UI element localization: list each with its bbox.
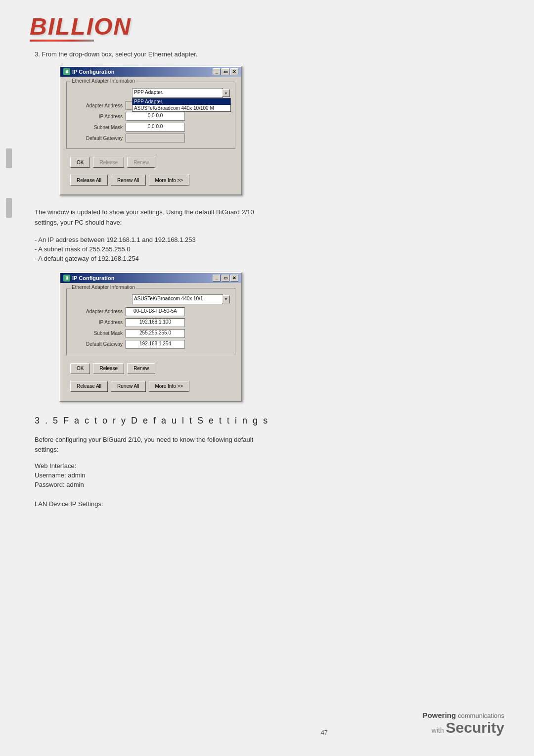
subnet-value-2: 255.255.255.0	[126, 329, 185, 338]
more-info-button-2[interactable]: More Info >>	[149, 381, 190, 392]
gateway-label-1: Default Gateway	[71, 136, 123, 141]
paragraph-section: The window is updated to show your setti…	[35, 207, 499, 228]
dialog-controls-2: _ ▭ ✕	[213, 275, 238, 282]
dialog-title-1: IP Configuration	[72, 69, 114, 75]
adapter-label-1: Adapter Address	[71, 103, 123, 108]
footer-communications: communications	[458, 712, 504, 719]
page-number: 47	[226, 729, 422, 736]
field-row-gateway-2: Default Gateway 192.168.1.254	[71, 340, 231, 349]
ok-button-2[interactable]: OK	[70, 363, 90, 374]
dropdown-arrow-2[interactable]: ▼	[222, 295, 230, 303]
button-row-1a: OK Release Renew	[66, 154, 235, 170]
logo-area: BILLION	[30, 15, 504, 42]
dropdown-value-2[interactable]: ASUSTeK/Broadcom 440x 10/1	[132, 294, 223, 304]
footer-powering-line: Powering communications	[423, 711, 504, 719]
renew-all-button-1[interactable]: Renew All	[111, 175, 145, 186]
section-heading: 3 . 5 F a c t o r y D e f a u l t S e t …	[35, 416, 499, 426]
titlebar-left-1: 🖥 IP Configuration	[63, 68, 114, 75]
footer-security-line: with Security	[423, 719, 504, 736]
ok-button-1[interactable]: OK	[70, 157, 90, 168]
dropdown-wrapper-1[interactable]: PPP Adapter. ▼ PPP Adapter. ASUSTeK/Broa…	[132, 88, 231, 98]
subnet-value-1: 0.0.0.0	[126, 123, 185, 132]
logo-text: BILLION	[30, 15, 132, 39]
dialog-titlebar-1: 🖥 IP Configuration _ ▭ ✕	[60, 67, 241, 77]
gateway-label-2: Default Gateway	[71, 341, 123, 347]
titlebar-left-2: 🖥 IP Configuration	[63, 275, 114, 282]
gateway-value-2: 192.168.1.254	[126, 340, 185, 349]
dropdown-value-1[interactable]: PPP Adapter.	[132, 88, 223, 98]
dialog-title-2: IP Configuration	[72, 275, 114, 281]
bullet-ip: - An IP address between 192.168.1.1 and …	[35, 236, 504, 243]
group-box-1: Ethernet Adapter Information PPP Adapter…	[66, 82, 235, 149]
dropdown-option-asus[interactable]: ASUSTeK/Broadcom 440x 10/100 M	[133, 105, 230, 111]
side-tabs	[6, 148, 12, 218]
adapter-value-2: 00-E0-18-FD-50-5A	[126, 307, 185, 316]
button-row-2b: Release All Renew All More Info >>	[66, 378, 235, 394]
dropdown-arrow-1[interactable]: ▼	[222, 89, 230, 97]
group-label-2: Ethernet Adapter Information	[71, 284, 136, 290]
minimize-button-1[interactable]: _	[213, 68, 221, 75]
logo: BILLION	[30, 15, 132, 42]
paragraph-text2: settings, your PC should have:	[35, 218, 499, 228]
dialog-box-1: 🖥 IP Configuration _ ▭ ✕ Ethernet Adapte…	[59, 66, 242, 195]
field-row-subnet-2: Subnet Mask 255.255.255.0	[71, 329, 231, 338]
button-row-1b: Release All Renew All More Info >>	[66, 172, 235, 188]
factory-intro2: settings:	[35, 445, 499, 455]
factory-username: Username: admin	[35, 472, 499, 479]
bullet-subnet: - A subnet mask of 255.255.255.0	[35, 245, 504, 253]
dropdown-option-ppp[interactable]: PPP Adapter.	[133, 98, 230, 105]
dropdown-options-1: PPP Adapter. ASUSTeK/Broadcom 440x 10/10…	[132, 98, 231, 112]
release-button-2[interactable]: Release	[93, 363, 124, 374]
side-tab-2	[6, 198, 12, 218]
subnet-label-1: Subnet Mask	[71, 125, 123, 130]
factory-lan: LAN Device IP Settings:	[35, 500, 499, 508]
ip-value-2: 192.168.1.100	[126, 318, 185, 327]
release-all-button-1[interactable]: Release All	[70, 175, 108, 186]
factory-intro: Before configuring your BiGuard 2/10, yo…	[35, 435, 499, 456]
step-instruction: 3. From the drop-down box, select your E…	[35, 50, 504, 58]
page: BILLION 3. From the drop-down box, selec…	[0, 0, 534, 756]
dropdown-wrapper-2[interactable]: ASUSTeK/Broadcom 440x 10/1 ▼	[132, 294, 231, 304]
dropdown-row-2: ASUSTeK/Broadcom 440x 10/1 ▼	[71, 294, 231, 304]
logo-underline	[30, 40, 94, 42]
adapter-label-2: Adapter Address	[71, 309, 123, 314]
more-info-button-1[interactable]: More Info >>	[149, 175, 190, 186]
renew-button-1[interactable]: Renew	[127, 157, 155, 168]
group-box-2: Ethernet Adapter Information ASUSTeK/Bro…	[66, 288, 235, 355]
dropdown-row-1: PPP Adapter. ▼ PPP Adapter. ASUSTeK/Broa…	[71, 88, 231, 98]
field-row-gateway-1: Default Gateway	[71, 134, 231, 142]
field-row-subnet-1: Subnet Mask 0.0.0.0	[71, 123, 231, 132]
renew-button-2[interactable]: Renew	[127, 363, 155, 374]
restore-button-2[interactable]: ▭	[222, 275, 229, 282]
footer-security-text: Security	[446, 719, 504, 736]
bullet-gateway: - A default gateway of 192.168.1.254	[35, 255, 504, 262]
gateway-value-1	[126, 134, 185, 142]
subnet-label-2: Subnet Mask	[71, 331, 123, 336]
ip-value-1: 0.0.0.0	[126, 112, 185, 121]
factory-web-interface: Web Interface:	[35, 462, 499, 470]
dialog-controls-1: _ ▭ ✕	[213, 68, 238, 75]
ip-label-2: IP Address	[71, 320, 123, 325]
minimize-button-2[interactable]: _	[213, 275, 221, 282]
close-button-2[interactable]: ✕	[230, 275, 238, 282]
restore-button-1[interactable]: ▭	[222, 68, 229, 75]
page-footer: 47 Powering communications with Security	[0, 711, 534, 736]
ip-label-1: IP Address	[71, 114, 123, 119]
renew-all-button-2[interactable]: Renew All	[111, 381, 145, 392]
button-row-2a: OK Release Renew	[66, 360, 235, 376]
group-label-1: Ethernet Adapter Information	[71, 78, 136, 84]
dialog-icon-1: 🖥	[63, 68, 70, 75]
close-button-1[interactable]: ✕	[230, 68, 238, 75]
dialog-titlebar-2: 🖥 IP Configuration _ ▭ ✕	[60, 273, 241, 283]
footer-brand: Powering communications with Security	[423, 711, 504, 736]
release-all-button-2[interactable]: Release All	[70, 381, 108, 392]
dialog-body-1: Ethernet Adapter Information PPP Adapter…	[60, 77, 241, 194]
field-row-ip-2: IP Address 192.168.1.100	[71, 318, 231, 327]
dialog-icon-2: 🖥	[63, 275, 70, 282]
factory-intro1: Before configuring your BiGuard 2/10, yo…	[35, 435, 499, 445]
footer-with-text: with	[432, 726, 444, 734]
side-tab-1	[6, 148, 12, 168]
dialog-body-2: Ethernet Adapter Information ASUSTeK/Bro…	[60, 283, 241, 401]
field-row-adapter-2: Adapter Address 00-E0-18-FD-50-5A	[71, 307, 231, 316]
release-button-1[interactable]: Release	[93, 157, 124, 168]
